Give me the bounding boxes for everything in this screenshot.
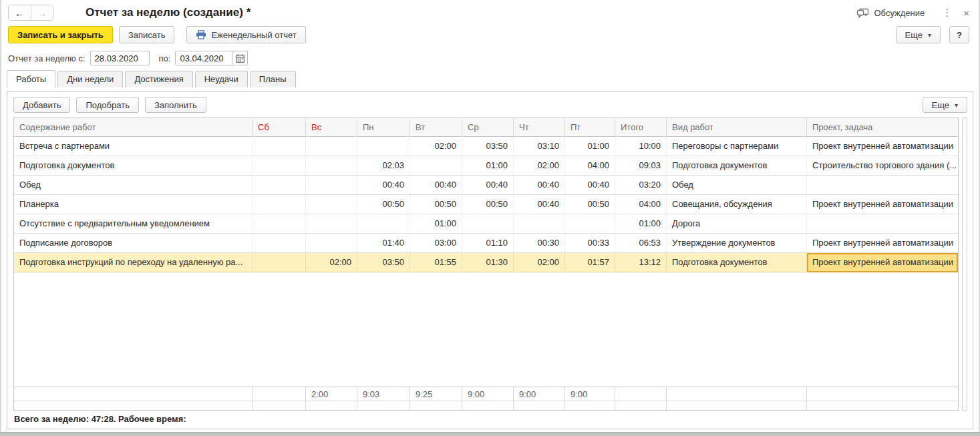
tab-works[interactable]: Работы (7, 70, 55, 88)
cell-content[interactable]: Планерка (14, 195, 253, 214)
cell-wed[interactable]: 01:00 (462, 156, 514, 176)
cell-mon[interactable] (357, 137, 410, 156)
cell-total[interactable]: 13:12 (615, 253, 667, 272)
cell-sat[interactable] (253, 195, 306, 214)
cell-project-selected[interactable]: Проект внутренней автоматизации (807, 253, 958, 272)
cell-content[interactable]: Встреча с партнерами (14, 137, 253, 156)
cell-mon[interactable] (357, 214, 410, 234)
cell-thu[interactable] (514, 214, 565, 234)
table-row[interactable]: Планерка 00:50 00:50 00:50 00:40 00:50 0… (14, 195, 958, 214)
cell-fri[interactable]: 04:00 (565, 156, 615, 176)
form-more-button[interactable]: Еще ▾ (896, 26, 941, 43)
cell-sat[interactable] (253, 253, 306, 272)
fill-button[interactable]: Заполнить (145, 97, 206, 113)
cell-tue[interactable] (410, 156, 462, 176)
cell-sat[interactable] (253, 137, 306, 156)
cell-work-type[interactable]: Обед (667, 176, 807, 195)
add-button[interactable]: Добавить (13, 97, 70, 113)
cell-tue[interactable]: 00:50 (410, 195, 462, 214)
cell-work-type[interactable]: Подготовка документов (667, 253, 807, 272)
cell-wed[interactable]: 00:40 (462, 176, 514, 195)
cell-thu[interactable]: 00:40 (514, 176, 565, 195)
cell-content[interactable]: Подписание договоров (14, 234, 253, 253)
calendar-button[interactable] (232, 51, 247, 65)
tab-weekdays[interactable]: Дни недели (57, 71, 123, 87)
cell-thu[interactable]: 03:10 (514, 137, 565, 156)
table-row[interactable]: Отсутствие с предварительным уведомление… (14, 214, 958, 234)
cell-tue[interactable]: 01:00 (410, 214, 462, 234)
cell-sat[interactable] (253, 176, 306, 195)
pick-button[interactable]: Подобрать (76, 97, 138, 113)
cell-sat[interactable] (253, 214, 306, 234)
cell-sun[interactable] (306, 137, 357, 156)
discussion-button[interactable]: Обсуждение (856, 8, 925, 18)
cell-total[interactable]: 10:00 (615, 137, 667, 156)
table-row-selected[interactable]: Подготовка инструкций по переходу на уда… (14, 253, 958, 272)
tab-plans[interactable]: Планы (250, 71, 296, 87)
cell-thu[interactable]: 02:00 (514, 156, 565, 176)
cell-content[interactable]: Подготовка инструкций по переходу на уда… (14, 253, 253, 272)
tab-achievements[interactable]: Достижения (125, 71, 192, 87)
cell-mon[interactable]: 00:40 (357, 176, 410, 195)
vertical-scrollbar[interactable] (962, 118, 967, 411)
cell-fri[interactable]: 00:40 (565, 176, 615, 195)
cell-thu[interactable]: 02:00 (514, 253, 565, 272)
cell-sun[interactable] (306, 156, 357, 176)
period-from-input[interactable] (90, 51, 150, 65)
cell-project[interactable] (807, 176, 958, 195)
table-row[interactable]: Встреча с партнерами 02:00 03:50 03:10 0… (14, 137, 958, 156)
cell-work-type[interactable]: Переговоры с партнерами (667, 137, 807, 156)
cell-sun[interactable] (306, 234, 357, 253)
tab-failures[interactable]: Неудачи (195, 71, 248, 87)
weekly-report-button[interactable]: Еженедельный отчет (186, 26, 305, 43)
cell-project[interactable] (807, 214, 958, 234)
cell-thu[interactable]: 00:40 (514, 195, 565, 214)
save-and-close-button[interactable]: Записать и закрыть (8, 26, 113, 43)
save-button[interactable]: Записать (119, 26, 175, 43)
cell-content[interactable]: Подготовка документов (14, 156, 253, 176)
cell-mon[interactable]: 00:50 (357, 195, 410, 214)
cell-sun[interactable] (306, 214, 357, 234)
cell-work-type[interactable]: Дорога (667, 214, 807, 234)
cell-content[interactable]: Отсутствие с предварительным уведомление… (14, 214, 253, 234)
cell-tue[interactable]: 00:40 (410, 176, 462, 195)
back-button[interactable]: ← (9, 5, 31, 20)
period-to-input[interactable] (176, 51, 232, 65)
cell-work-type[interactable]: Подготовка документов (667, 156, 807, 176)
cell-sat[interactable] (253, 234, 306, 253)
cell-content[interactable]: Обед (14, 176, 253, 195)
cell-mon[interactable]: 02:03 (357, 156, 410, 176)
cell-total[interactable]: 01:00 (615, 214, 667, 234)
close-button[interactable]: × (963, 7, 969, 19)
cell-total[interactable]: 04:00 (615, 195, 667, 214)
cell-total[interactable]: 03:20 (615, 176, 667, 195)
cell-tue[interactable]: 01:55 (410, 253, 462, 272)
cell-fri[interactable]: 00:50 (565, 195, 615, 214)
cell-sun[interactable]: 02:00 (306, 253, 357, 272)
table-row[interactable]: Обед 00:40 00:40 00:40 00:40 00:40 03:20… (14, 176, 958, 195)
cell-fri[interactable]: 01:00 (565, 137, 615, 156)
grid-more-button[interactable]: Еще ▾ (923, 97, 967, 113)
cell-total[interactable]: 06:53 (615, 234, 667, 253)
cell-wed[interactable] (462, 214, 514, 234)
table-row[interactable]: Подготовка документов 02:03 01:00 02:00 … (14, 156, 958, 176)
cell-tue[interactable]: 03:00 (410, 234, 462, 253)
cell-wed[interactable]: 03:50 (462, 137, 514, 156)
cell-fri[interactable]: 01:57 (565, 253, 615, 272)
cell-wed[interactable]: 01:10 (462, 234, 514, 253)
help-button[interactable]: ? (949, 26, 969, 43)
cell-project[interactable]: Строительство торгового здания (... (807, 156, 958, 176)
cell-work-type[interactable]: Утверждение документов (667, 234, 807, 253)
cell-sat[interactable] (253, 156, 306, 176)
kebab-menu-button[interactable]: ⋮ (942, 7, 951, 19)
cell-sun[interactable] (306, 176, 357, 195)
table-row[interactable]: Подписание договоров 01:40 03:00 01:10 0… (14, 234, 958, 253)
cell-tue[interactable]: 02:00 (410, 137, 462, 156)
cell-work-type[interactable]: Совещания, обсуждения (667, 195, 807, 214)
cell-sun[interactable] (306, 195, 357, 214)
cell-fri[interactable]: 00:33 (565, 234, 615, 253)
cell-thu[interactable]: 00:30 (514, 234, 565, 253)
cell-wed[interactable]: 01:30 (462, 253, 514, 272)
cell-project[interactable]: Проект внутренней автоматизации (807, 234, 958, 253)
cell-project[interactable]: Проект внутренней автоматизации (807, 137, 958, 156)
